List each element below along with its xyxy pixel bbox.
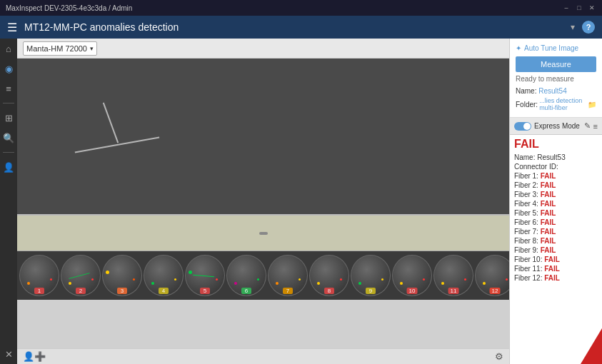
edit-icon[interactable]: ✎ [584, 121, 591, 131]
image-area: 123456789101112 [17, 59, 509, 348]
defect-dot [423, 278, 425, 280]
fiber-label-4: Fiber 4: [514, 200, 538, 208]
fiber-status-12: FAIL [544, 274, 560, 282]
toggle-thumb [523, 123, 531, 130]
thumbnail-label-2: 2 [76, 288, 86, 294]
menu-icon[interactable]: ☰ [7, 21, 17, 34]
fiber-status-2: FAIL [541, 181, 556, 189]
fiber-row-8: Fiber 8: FAIL [514, 237, 598, 245]
sidebar-separator-2 [3, 152, 14, 153]
folder-value: ...lies detection multi-fiber [539, 97, 586, 111]
titlebar: MaxInspect DEV-2305-4e3c3da / Admin – □ … [0, 0, 602, 16]
defect-dot [234, 282, 237, 285]
thumbnail-strip: 123456789101112 [17, 251, 509, 300]
fiber-row-3: Fiber 3: FAIL [514, 191, 598, 198]
fiber-row-7: Fiber 7: FAIL [514, 228, 598, 236]
thumbnail-label-11: 11 [448, 288, 459, 294]
settings-bottom-icon[interactable]: ⚙ [495, 351, 503, 362]
thumbnail-6[interactable]: 6 [226, 255, 266, 296]
defect-dot [299, 278, 301, 280]
wand-icon: ✦ [516, 44, 521, 52]
sidebar-item-capture[interactable]: ◉ [1, 61, 16, 76]
thumbnail-label-9: 9 [366, 288, 376, 294]
fiber-status-3: FAIL [541, 191, 556, 198]
defect-dot [174, 278, 176, 280]
camera-selector[interactable]: Manta-HM 72000 ▾ [23, 41, 97, 56]
defect-dot [91, 278, 94, 280]
thumbnail-label-1: 1 [34, 288, 44, 294]
folder-icon[interactable]: 📁 [588, 101, 596, 108]
thumbnail-1[interactable]: 1 [19, 255, 59, 296]
thumbnail-label-7: 7 [283, 288, 293, 294]
defect-dot [506, 278, 508, 280]
fiber-row-5: Fiber 5: FAIL [514, 209, 598, 217]
sidebar: ⌂ ◉ ≡ ⊞ 🔍 👤 ✕ [0, 39, 17, 364]
connector-id-row: Connector ID: [514, 163, 598, 171]
fiber-row-10: Fiber 10: FAIL [514, 256, 598, 263]
sidebar-item-close[interactable]: ✕ [1, 347, 16, 361]
fiber-status-10: FAIL [544, 256, 560, 263]
toggle-track[interactable] [514, 122, 531, 131]
defect-dot [216, 278, 218, 280]
dropdown-icon[interactable]: ▾ [571, 22, 575, 32]
fiber-status-4: FAIL [541, 200, 556, 208]
fiber-status-8: FAIL [541, 237, 556, 245]
thumbnail-3[interactable]: 3 [102, 255, 142, 296]
help-icon[interactable]: ? [582, 21, 595, 34]
fiber-label-10: Fiber 10: [514, 256, 542, 263]
fiber-row-9: Fiber 9: FAIL [514, 246, 598, 254]
auto-tune-button[interactable]: ✦ Auto Tune Image [516, 44, 596, 52]
user-bottom-icon[interactable]: 👤 [23, 351, 34, 362]
result-name-label: Name: [514, 153, 535, 161]
sidebar-item-grid[interactable]: ⊞ [1, 111, 16, 125]
menu-lines-icon[interactable]: ≡ [593, 122, 598, 131]
fiber-row-6: Fiber 6: FAIL [514, 218, 598, 226]
fiber-label-11: Fiber 11: [514, 265, 542, 273]
thumbnail-4[interactable]: 4 [144, 255, 184, 296]
ready-text: Ready to measure [516, 75, 596, 83]
fiber-status-9: FAIL [541, 246, 556, 254]
zoom-area [17, 216, 509, 251]
folder-label: Folder: [516, 101, 538, 108]
result-name-row: Name: Result53 [514, 153, 598, 161]
measure-button[interactable]: Measure [516, 56, 596, 72]
fiber-status-11: FAIL [544, 265, 560, 273]
thumbnail-9[interactable]: 9 [351, 255, 391, 296]
thumbnail-label-6: 6 [241, 288, 251, 294]
add-bottom-icon[interactable]: ➕ [34, 351, 46, 362]
titlebar-right: – □ ✕ [562, 4, 596, 12]
camera-dropdown-icon: ▾ [90, 45, 94, 52]
thumbnail-label-12: 12 [490, 288, 501, 294]
thumbnail-11[interactable]: 11 [433, 255, 473, 296]
thumbnail-12[interactable]: 12 [475, 255, 509, 296]
defect-dot [464, 278, 466, 280]
defect-dot [340, 278, 342, 280]
thumbnail-8[interactable]: 8 [309, 255, 349, 296]
minimize-button[interactable]: – [562, 4, 571, 12]
thumbnail-label-3: 3 [117, 288, 127, 294]
defect-dot [69, 282, 71, 285]
app-name-label: MaxInspect DEV-2305-4e3c3da / Admin [6, 4, 132, 12]
defect-dot [483, 282, 486, 285]
fiber-label-12: Fiber 12: [514, 274, 542, 282]
app: ☰ MT12-MM-PC anomalies detection ▾ ? ⌂ ◉… [0, 16, 602, 364]
defect-dot [151, 282, 154, 285]
maximize-button[interactable]: □ [575, 4, 583, 12]
page-title: MT12-MM-PC anomalies detection [24, 21, 563, 33]
thumbnail-7[interactable]: 7 [268, 255, 308, 296]
name-value: Result54 [538, 87, 566, 95]
express-mode-toggle[interactable]: Express Mode [514, 122, 580, 131]
results-list[interactable]: FAIL Name: Result53 Connector ID: Fiber … [510, 135, 602, 364]
sidebar-item-user[interactable]: 👤 [1, 160, 16, 174]
fiber-label-8: Fiber 8: [514, 237, 538, 245]
fiber-label-6: Fiber 6: [514, 218, 538, 226]
thumbnail-2[interactable]: 2 [61, 255, 101, 296]
express-icons: ✎ ≡ [584, 121, 598, 131]
close-button[interactable]: ✕ [588, 4, 596, 12]
sidebar-item-inspect[interactable]: 🔍 [1, 131, 16, 145]
sidebar-item-home[interactable]: ⌂ [1, 41, 16, 56]
sidebar-item-list[interactable]: ≡ [1, 81, 16, 96]
thumbnail-5[interactable]: 5 [185, 255, 225, 296]
thumbnail-10[interactable]: 10 [392, 255, 432, 296]
defect-dot [317, 282, 320, 285]
